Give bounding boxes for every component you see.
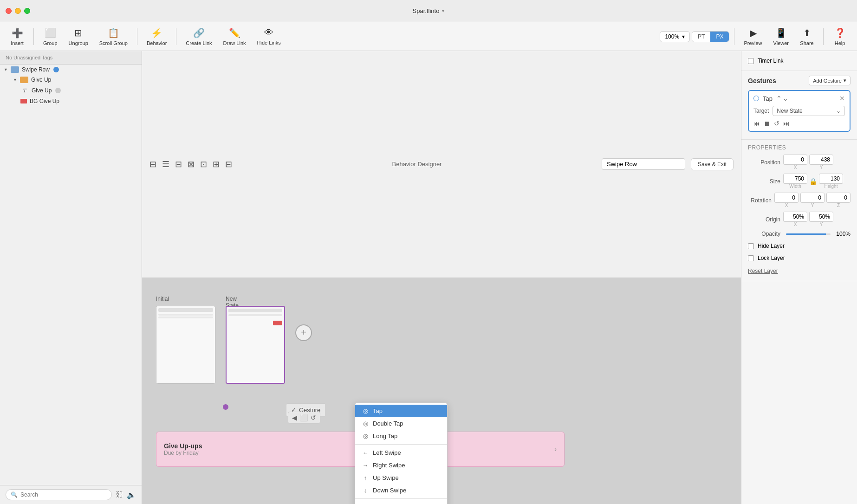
gesture-type-row: Tap ⌃ ⌄	[753, 95, 788, 102]
lock-icon[interactable]: 🔒	[809, 178, 817, 185]
align-left-icon[interactable]: ⊟	[149, 159, 156, 169]
toolbar: ➕ Insert ⬜ Group ⊞ Ungroup 📋 Scroll Grou…	[0, 22, 857, 51]
down-swipe-icon: ↓	[362, 487, 369, 494]
rotation-z-input[interactable]	[826, 193, 851, 203]
refresh-icon[interactable]: ↺	[311, 414, 316, 421]
distribute-icon[interactable]: ⊞	[213, 159, 220, 169]
up-swipe-label: Up Swipe	[373, 474, 399, 481]
size-height-input[interactable]	[819, 174, 843, 184]
position-y-input[interactable]	[809, 155, 833, 165]
rewind-button[interactable]: ⏮	[753, 120, 760, 127]
traffic-lights	[6, 8, 30, 14]
add-gesture-label: Add Gesture	[813, 78, 842, 84]
stepper-up[interactable]: ⌃	[776, 95, 782, 102]
add-gesture-button[interactable]: Add Gesture ▾	[809, 76, 851, 85]
initial-state-frame[interactable]	[156, 306, 215, 384]
viewer-button[interactable]: 📱 Viewer	[769, 25, 793, 49]
gesture-close-button[interactable]: ✕	[839, 95, 845, 102]
close-button[interactable]	[6, 8, 12, 14]
target-dropdown[interactable]: New State ⌄	[773, 106, 845, 116]
behavior-button[interactable]: ⚡ Behavior	[142, 25, 171, 49]
hide-links-button[interactable]: 👁 Hide Links	[253, 25, 286, 48]
reset-layer-link[interactable]: Reset Layer	[748, 268, 778, 274]
help-button[interactable]: ❓ Help	[828, 25, 851, 49]
layer-give-up-text[interactable]: T Give Up	[0, 85, 142, 96]
align-center-icon[interactable]: ☰	[162, 159, 169, 169]
rotation-x-input[interactable]	[774, 193, 799, 203]
origin-y-input[interactable]	[809, 212, 833, 222]
back-icon[interactable]: ◀	[292, 414, 297, 421]
sound-icon[interactable]: 🔈	[127, 491, 136, 499]
square-icon[interactable]: ⬜	[300, 414, 308, 421]
dropdown-item-touch-down[interactable]: ⊙ Touch Down	[355, 501, 447, 504]
search-input[interactable]	[20, 491, 107, 498]
draw-link-button[interactable]: ✏️ Draw Link	[219, 25, 251, 49]
size-width-input[interactable]	[783, 174, 807, 184]
stepper-down[interactable]: ⌄	[783, 95, 788, 102]
search-box[interactable]: 🔍	[6, 489, 112, 500]
minimize-button[interactable]	[15, 8, 21, 14]
toolbar-sep-5	[823, 28, 824, 45]
timer-link-checkbox[interactable]	[748, 58, 754, 64]
insert-button[interactable]: ➕ Insert	[6, 25, 29, 49]
lock-layer-checkbox[interactable]	[748, 255, 754, 261]
title-arrow[interactable]: ▾	[442, 8, 444, 13]
layer-swipe-row[interactable]: ▼ Swipe Row	[0, 65, 142, 75]
canvas[interactable]: Initial New State	[142, 278, 741, 504]
insert-label: Insert	[11, 40, 24, 46]
zoom-control[interactable]: 100% ▾	[660, 31, 690, 42]
dropdown-item-long-tap[interactable]: ◎ Long Tap	[355, 430, 447, 442]
layer-bg-give-up[interactable]: BG Give Up	[0, 96, 142, 106]
preview-button[interactable]: ▶ Preview	[739, 25, 766, 49]
origin-x-label: X	[783, 222, 807, 227]
create-link-label: Create Link	[186, 40, 212, 46]
forward-button[interactable]: ⏭	[783, 120, 790, 127]
lock-layer-row: Lock Layer	[748, 253, 851, 263]
align-right-icon[interactable]: ⊟	[175, 159, 182, 169]
gesture-radio[interactable]	[753, 96, 759, 101]
align-bottom-icon[interactable]: ⊡	[200, 159, 207, 169]
sidebar-header: No Unassigned Tags	[0, 51, 142, 65]
dropdown-item-left-swipe[interactable]: ← Left Swipe	[355, 446, 447, 459]
group-button[interactable]: ⬜ Group	[39, 25, 62, 49]
layer-label-bg-give-up: BG Give Up	[30, 98, 59, 104]
position-x-input[interactable]	[783, 155, 807, 165]
hide-links-icon: 👁	[264, 27, 273, 38]
behavior-icon: ⚡	[151, 27, 162, 39]
px-button[interactable]: PX	[710, 32, 729, 42]
opacity-slider[interactable]	[786, 233, 831, 235]
dropdown-item-double-tap[interactable]: ◎ Double Tap	[355, 417, 447, 430]
dropdown-item-up-swipe[interactable]: ↑ Up Swipe	[355, 472, 447, 484]
add-gesture-arrow: ▾	[844, 78, 846, 84]
dropdown-item-right-swipe[interactable]: → Right Swipe	[355, 459, 447, 472]
fullscreen-button[interactable]	[24, 8, 30, 14]
hide-layer-checkbox[interactable]	[748, 243, 754, 249]
create-link-button[interactable]: 🔗 Create Link	[181, 25, 216, 49]
origin-x-input[interactable]	[783, 212, 807, 222]
distribute2-icon[interactable]: ⊟	[225, 159, 232, 169]
left-swipe-icon: ←	[362, 449, 369, 456]
stop-button[interactable]: ⏹	[764, 120, 770, 127]
dropdown-item-tap[interactable]: ◎ Tap	[355, 405, 447, 417]
replay-button[interactable]: ↺	[774, 120, 779, 127]
share-button[interactable]: ⬆ Share	[795, 25, 818, 49]
search-icon: 🔍	[11, 491, 18, 498]
add-state-button[interactable]: +	[295, 324, 312, 341]
gesture-dropdown[interactable]: ◎ Tap ◎ Double Tap ◎ Long Tap ← Left Swi…	[355, 402, 448, 504]
ungroup-label: Ungroup	[69, 40, 88, 46]
gesture-name: Tap	[763, 95, 773, 102]
behavior-name-input[interactable]	[602, 158, 685, 170]
new-state-frame[interactable]	[226, 306, 285, 384]
pt-button[interactable]: PT	[692, 32, 710, 42]
left-swipe-label: Left Swipe	[373, 449, 401, 456]
link-icon[interactable]: ⛓	[116, 491, 123, 499]
sidebar-bottom: 🔍 ⛓ 🔈	[0, 485, 142, 504]
save-exit-button[interactable]: Save & Exit	[691, 158, 734, 170]
scroll-group-button[interactable]: 📋 Scroll Group	[95, 25, 132, 49]
rotation-y-input[interactable]	[800, 193, 825, 203]
layer-give-up[interactable]: ▼ Give Up	[0, 75, 142, 85]
ungroup-button[interactable]: ⊞ Ungroup	[64, 25, 93, 49]
align-top-icon[interactable]: ⊠	[188, 159, 195, 169]
text-icon-give-up: T	[20, 87, 29, 94]
dropdown-item-down-swipe[interactable]: ↓ Down Swipe	[355, 484, 447, 497]
